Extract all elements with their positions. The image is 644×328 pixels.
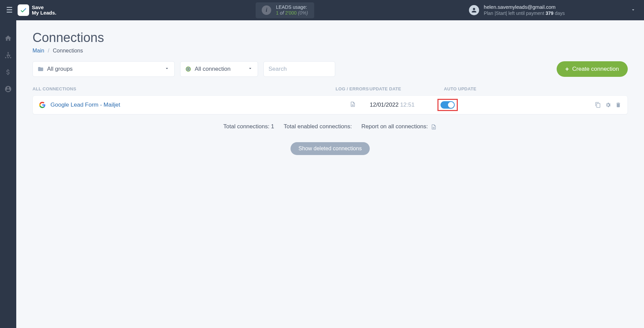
breadcrumb-sep: / — [48, 48, 49, 53]
folder-icon — [38, 66, 44, 72]
chevron-down-icon — [248, 66, 253, 73]
row-log[interactable] — [336, 101, 370, 109]
trash-icon[interactable] — [615, 102, 621, 108]
connection-label: All connection — [195, 66, 231, 72]
google-icon — [39, 102, 46, 108]
topbar: ☰ Save My Leads. i LEADS usage: 1 of 2'0… — [0, 0, 644, 20]
user-plan: Plan |Start| left until payment 379 days — [484, 10, 565, 17]
th-auto: AUTO UPDATE — [444, 86, 485, 91]
account-icon[interactable] — [4, 85, 12, 93]
play-circle-icon — [185, 66, 191, 72]
check-icon — [20, 6, 27, 14]
connections-icon[interactable] — [4, 51, 12, 59]
user-info: helen.savemyleads@gmail.com Plan |Start|… — [484, 4, 565, 16]
plus-icon: + — [565, 66, 569, 73]
usage-pct: (0%) — [298, 10, 308, 16]
user-email: helen.savemyleads@gmail.com — [484, 4, 565, 10]
home-icon[interactable] — [4, 35, 12, 42]
groups-label: All groups — [47, 66, 73, 72]
row-name: Google Lead Form - Mailjet — [39, 102, 336, 108]
summary-enabled: Total enabled connections: — [284, 123, 352, 130]
table-header: ALL CONNECTIONS LOG / ERRORS UPDATE DATE… — [33, 83, 628, 95]
info-icon: i — [262, 5, 271, 15]
billing-icon[interactable] — [4, 68, 12, 76]
table-row: Google Lead Form - Mailjet 12/01/2022 12… — [33, 95, 628, 114]
usage-text: LEADS usage: 1 of 2'000 (0%) — [276, 4, 308, 16]
usage-label: LEADS usage: — [276, 4, 308, 10]
chevron-down-icon[interactable] — [630, 7, 636, 14]
document-icon — [350, 101, 356, 107]
th-name: ALL CONNECTIONS — [33, 86, 336, 91]
toggle-highlight — [437, 99, 458, 111]
avatar-icon — [469, 5, 479, 15]
row-link[interactable]: Google Lead Form - Mailjet — [50, 102, 120, 108]
gear-icon[interactable] — [605, 102, 611, 108]
breadcrumb: Main / Connections — [33, 48, 628, 54]
summary-bar: Total connections: 1 Total enabled conne… — [33, 123, 628, 130]
th-log: LOG / ERRORS — [336, 86, 369, 91]
show-deleted-button[interactable]: Show deleted connections — [291, 142, 370, 155]
row-auto-update — [437, 99, 475, 111]
usage-widget[interactable]: i LEADS usage: 1 of 2'000 (0%) — [256, 2, 314, 18]
copy-icon[interactable] — [595, 102, 601, 108]
layout: Connections Main / Connections All group… — [0, 20, 644, 328]
connection-dropdown[interactable]: All connection — [180, 61, 258, 77]
summary-report: Report on all connections: — [361, 123, 437, 130]
filters-bar: All groups All connection + Create conne… — [33, 61, 628, 77]
chevron-down-icon — [164, 66, 170, 73]
brand-name: Save My Leads. — [32, 5, 57, 16]
page-title: Connections — [33, 30, 628, 45]
auto-update-toggle[interactable] — [441, 101, 455, 109]
groups-dropdown[interactable]: All groups — [33, 61, 175, 77]
usage-total: 2'000 — [285, 10, 297, 16]
row-actions — [595, 102, 621, 108]
breadcrumb-main[interactable]: Main — [33, 48, 44, 53]
th-date: UPDATE DATE — [369, 86, 444, 91]
summary-total: Total connections: 1 — [223, 123, 274, 130]
create-label: Create connection — [572, 66, 619, 72]
breadcrumb-current: Connections — [53, 48, 83, 53]
toggle-knob — [448, 102, 454, 108]
create-connection-button[interactable]: + Create connection — [557, 61, 628, 77]
sidebar — [0, 20, 16, 328]
search-input[interactable] — [263, 61, 335, 77]
user-widget[interactable]: helen.savemyleads@gmail.com Plan |Start|… — [469, 4, 636, 16]
brand-line2: My Leads. — [32, 10, 57, 16]
menu-icon[interactable]: ☰ — [6, 6, 13, 15]
logo[interactable] — [18, 4, 29, 16]
brand-line1: Save — [32, 5, 57, 10]
main-content: Connections Main / Connections All group… — [16, 20, 644, 328]
usage-of: of — [280, 10, 284, 16]
row-date: 12/01/2022 12:51 — [370, 102, 437, 108]
usage-current: 1 — [276, 10, 279, 16]
document-icon[interactable] — [431, 124, 437, 130]
